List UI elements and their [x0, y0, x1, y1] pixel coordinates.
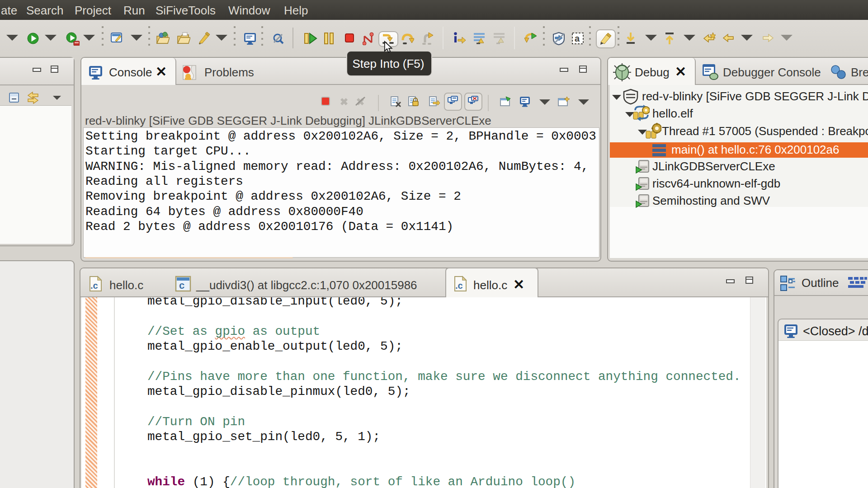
svg-text:.c: .c: [90, 281, 98, 291]
svg-text:a: a: [575, 33, 580, 43]
svg-text:.c: .c: [455, 281, 463, 291]
svg-text:c: c: [179, 280, 184, 291]
